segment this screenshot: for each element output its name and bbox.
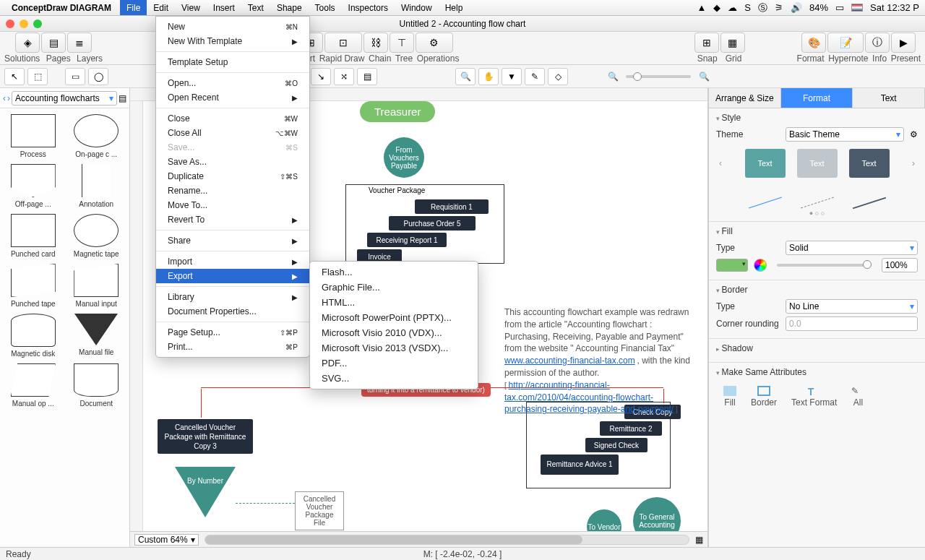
stencil-off-page-[interactable]: Off-page ...: [3, 161, 64, 211]
zoom-in[interactable]: 🔍: [694, 68, 714, 85]
opacity-input[interactable]: 100%: [882, 258, 918, 272]
shape-remittance-advice[interactable]: Remittance Advice 1: [541, 455, 619, 475]
fill-type-select[interactable]: Solid▾: [786, 241, 918, 255]
shape-signed-check[interactable]: Signed Check: [585, 438, 648, 452]
make-same-all[interactable]: ✎All: [851, 386, 864, 408]
connector-tool[interactable]: ↘: [311, 68, 331, 85]
make-same-fill[interactable]: Fill: [723, 386, 736, 408]
ellipse-tool[interactable]: ◯: [88, 68, 108, 85]
menuitem-save-as-[interactable]: Save As...: [156, 155, 309, 169]
zoom-select[interactable]: Custom 64%▾: [134, 534, 199, 546]
gear-icon[interactable]: ⚙: [910, 129, 918, 139]
stencil-punched-card[interactable]: Punched card: [3, 211, 64, 261]
hand-tool[interactable]: ✋: [478, 68, 499, 85]
menu-inspectors[interactable]: Inspectors: [342, 0, 395, 15]
export-pdf-[interactable]: PDF...: [310, 356, 478, 371]
marquee-tool[interactable]: ⬚: [27, 68, 48, 85]
grid-button[interactable]: ▦: [720, 33, 745, 53]
stencil-magnetic-tape[interactable]: Magnetic tape: [66, 211, 127, 261]
pages-button[interactable]: ▤: [41, 33, 66, 53]
menuitem-export[interactable]: Export▶: [156, 269, 309, 283]
stencil-process[interactable]: Process: [3, 111, 64, 161]
zoom-out[interactable]: 🔍: [603, 68, 623, 85]
menu-view[interactable]: View: [175, 0, 207, 15]
shape-purchase-order[interactable]: Purchase Order 5: [389, 216, 476, 231]
export-microsoft-visio-2010-vdx-[interactable]: Microsoft Visio 2010 (VDX)...: [310, 325, 478, 340]
format-button[interactable]: 🎨: [801, 33, 826, 53]
menu-file[interactable]: File: [120, 0, 147, 15]
view-mode-icon[interactable]: ▦: [695, 535, 703, 545]
stencil-magnetic-disk[interactable]: Magnetic disk: [3, 311, 64, 361]
theme-swatch[interactable]: Text: [797, 149, 838, 178]
solutions-button[interactable]: ◈: [15, 33, 40, 53]
connector2-tool[interactable]: ⤭: [334, 68, 354, 85]
shape-requisition[interactable]: Requisition 1: [415, 199, 489, 214]
menuitem-new[interactable]: New⌘N: [156, 20, 309, 34]
stencil-on-page-c-[interactable]: On-page c ...: [66, 111, 127, 161]
menuitem-open-[interactable]: Open...⌘O: [156, 76, 309, 90]
make-same-text[interactable]: TText Format: [791, 386, 837, 408]
menu-edit[interactable]: Edit: [147, 0, 175, 15]
lib-menu[interactable]: ▤: [119, 93, 126, 103]
tree-button[interactable]: ⊤: [390, 33, 414, 53]
section-shadow[interactable]: Shadow: [716, 343, 918, 353]
export-flash-[interactable]: Flash...: [310, 264, 478, 280]
snap-button[interactable]: ⊞: [694, 33, 719, 53]
library-select[interactable]: Accounting flowcharts▾: [12, 91, 117, 105]
color-wheel-icon[interactable]: [754, 259, 767, 272]
theme-swatch[interactable]: Text: [745, 149, 786, 178]
menuitem-revert-to[interactable]: Revert To▶: [156, 212, 309, 227]
stencil-document[interactable]: Document: [66, 361, 127, 410]
swatch-prev[interactable]: ‹: [716, 158, 725, 168]
text-tool[interactable]: ▤: [357, 68, 377, 85]
shape-treasurer[interactable]: Treasurer: [360, 101, 435, 122]
make-same-border[interactable]: Border: [751, 386, 777, 408]
stamp-tool[interactable]: ▼: [502, 68, 522, 85]
shape-cancelled-voucher[interactable]: Cancelled Voucher Package with Remittanc…: [158, 419, 253, 454]
info-button[interactable]: ⓘ: [865, 33, 890, 53]
stencil-manual-input[interactable]: Manual input: [66, 261, 127, 311]
menuitem-move-to-[interactable]: Move To...: [156, 198, 309, 212]
menu-tools[interactable]: Tools: [309, 0, 342, 15]
menu-help[interactable]: Help: [439, 0, 470, 15]
menuitem-page-setup-[interactable]: Page Setup...⇧⌘P: [156, 325, 309, 340]
menuitem-template-setup[interactable]: Template Setup: [156, 55, 309, 69]
eyedropper-tool[interactable]: ✎: [525, 68, 545, 85]
stencil-punched-tape[interactable]: Punched tape: [3, 261, 64, 311]
operations-button[interactable]: ⚙: [416, 33, 453, 53]
menu-text[interactable]: Text: [241, 0, 270, 15]
menuitem-duplicate[interactable]: Duplicate⇧⌘S: [156, 169, 309, 184]
zoom-slider[interactable]: [626, 75, 691, 78]
shape-remittance2[interactable]: Remittance 2: [600, 421, 662, 436]
lib-next[interactable]: ›: [7, 93, 10, 103]
tab-format[interactable]: Format: [781, 88, 853, 108]
arrow-style[interactable]: [797, 185, 838, 207]
shape-from-vouchers[interactable]: From Vouchers Payable: [384, 137, 424, 178]
menuitem-document-properties-[interactable]: Document Properties...: [156, 304, 309, 319]
theme-select[interactable]: Basic Theme▾: [786, 127, 904, 142]
export-graphic-file-[interactable]: Graphic File...: [310, 280, 478, 295]
lib-prev[interactable]: ‹: [3, 93, 6, 103]
theme-swatch[interactable]: Text: [849, 149, 890, 178]
swatch-next[interactable]: ›: [909, 158, 918, 168]
menuitem-library[interactable]: Library▶: [156, 290, 309, 304]
export-html-[interactable]: HTML...: [310, 295, 478, 310]
corner-rounding-input[interactable]: 0.0: [786, 316, 918, 331]
menuitem-rename-[interactable]: Rename...: [156, 184, 309, 198]
hscrollbar[interactable]: [205, 535, 689, 545]
tab-text[interactable]: Text: [853, 88, 925, 108]
menuitem-close[interactable]: Close⌘W: [156, 111, 309, 126]
layers-button[interactable]: ≣: [67, 33, 92, 53]
shape-cancelled-file[interactable]: Cancelled Voucher Package File: [295, 491, 344, 530]
export-svg-[interactable]: SVG...: [310, 371, 478, 386]
menu-insert[interactable]: Insert: [207, 0, 241, 15]
stencil-annotation[interactable]: Annotation: [66, 161, 127, 211]
pointer-tool[interactable]: ↖: [4, 68, 25, 85]
fill-color[interactable]: ▾: [716, 259, 748, 272]
minimize-window[interactable]: [20, 20, 28, 28]
menuitem-open-recent[interactable]: Open Recent▶: [156, 90, 309, 105]
note-link[interactable]: www.accounting-financial-tax.com: [504, 356, 635, 366]
rapid-draw-button[interactable]: ⊡: [324, 33, 362, 53]
menuitem-import[interactable]: Import▶: [156, 254, 309, 269]
border-type-select[interactable]: No Line▾: [786, 299, 918, 314]
